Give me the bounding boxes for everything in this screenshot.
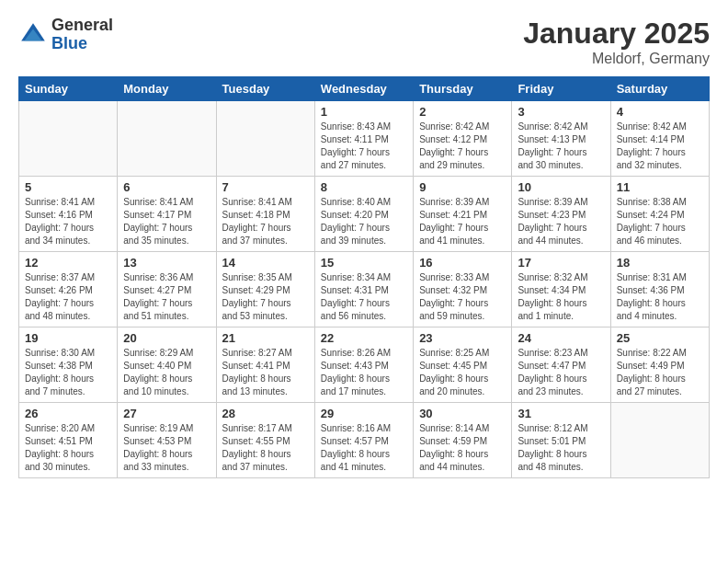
day-info: Sunrise: 8:42 AM Sunset: 4:12 PM Dayligh… — [419, 121, 506, 172]
day-number: 17 — [518, 256, 604, 270]
table-row — [216, 101, 314, 177]
day-info: Sunrise: 8:35 AM Sunset: 4:29 PM Dayligh… — [222, 271, 309, 323]
day-info: Sunrise: 8:12 AM Sunset: 5:01 PM Dayligh… — [518, 422, 604, 474]
day-number: 29 — [321, 407, 407, 420]
day-number: 20 — [123, 331, 210, 345]
table-row: 24Sunrise: 8:23 AM Sunset: 4:47 PM Dayli… — [512, 327, 610, 403]
day-number: 28 — [222, 407, 309, 420]
day-number: 4 — [617, 105, 703, 119]
day-info: Sunrise: 8:40 AM Sunset: 4:20 PM Dayligh… — [321, 196, 407, 247]
calendar-week-row: 19Sunrise: 8:30 AM Sunset: 4:38 PM Dayli… — [19, 327, 710, 403]
header-friday: Friday — [512, 77, 610, 101]
day-number: 9 — [419, 180, 506, 194]
day-info: Sunrise: 8:31 AM Sunset: 4:36 PM Dayligh… — [617, 271, 703, 323]
day-number: 21 — [222, 331, 309, 345]
header: General Blue January 2025 Meldorf, Germa… — [18, 17, 710, 67]
day-number: 23 — [419, 331, 506, 345]
table-row: 11Sunrise: 8:38 AM Sunset: 4:24 PM Dayli… — [610, 177, 709, 252]
logo: General Blue — [18, 17, 113, 53]
day-number: 1 — [321, 105, 407, 119]
day-number: 2 — [419, 105, 506, 119]
page-subtitle: Meldorf, Germany — [523, 51, 710, 67]
table-row: 20Sunrise: 8:29 AM Sunset: 4:40 PM Dayli… — [118, 327, 216, 403]
table-row: 16Sunrise: 8:33 AM Sunset: 4:32 PM Dayli… — [414, 252, 512, 327]
day-info: Sunrise: 8:14 AM Sunset: 4:59 PM Dayligh… — [419, 422, 506, 474]
page-title: January 2025 — [523, 17, 710, 51]
table-row: 29Sunrise: 8:16 AM Sunset: 4:57 PM Dayli… — [314, 403, 413, 478]
table-row: 1Sunrise: 8:43 AM Sunset: 4:11 PM Daylig… — [314, 101, 413, 177]
table-row: 27Sunrise: 8:19 AM Sunset: 4:53 PM Dayli… — [118, 403, 216, 478]
calendar-header-row: Sunday Monday Tuesday Wednesday Thursday… — [19, 77, 710, 101]
day-number: 31 — [518, 407, 604, 420]
table-row: 9Sunrise: 8:39 AM Sunset: 4:21 PM Daylig… — [414, 177, 512, 252]
day-number: 19 — [25, 331, 111, 345]
day-number: 5 — [25, 180, 111, 194]
table-row: 25Sunrise: 8:22 AM Sunset: 4:49 PM Dayli… — [610, 327, 709, 403]
day-info: Sunrise: 8:41 AM Sunset: 4:16 PM Dayligh… — [25, 196, 111, 247]
table-row: 19Sunrise: 8:30 AM Sunset: 4:38 PM Dayli… — [19, 327, 118, 403]
day-info: Sunrise: 8:41 AM Sunset: 4:18 PM Dayligh… — [222, 196, 309, 247]
table-row: 3Sunrise: 8:42 AM Sunset: 4:13 PM Daylig… — [512, 101, 610, 177]
day-number: 12 — [25, 256, 111, 270]
day-info: Sunrise: 8:17 AM Sunset: 4:55 PM Dayligh… — [222, 422, 309, 474]
table-row: 31Sunrise: 8:12 AM Sunset: 5:01 PM Dayli… — [512, 403, 610, 478]
day-number: 8 — [321, 180, 407, 194]
table-row: 23Sunrise: 8:25 AM Sunset: 4:45 PM Dayli… — [414, 327, 512, 403]
table-row — [610, 403, 709, 478]
header-thursday: Thursday — [414, 77, 512, 101]
day-info: Sunrise: 8:41 AM Sunset: 4:17 PM Dayligh… — [123, 196, 210, 247]
table-row: 26Sunrise: 8:20 AM Sunset: 4:51 PM Dayli… — [19, 403, 118, 478]
calendar-week-row: 1Sunrise: 8:43 AM Sunset: 4:11 PM Daylig… — [19, 101, 710, 177]
day-number: 30 — [419, 407, 506, 420]
day-info: Sunrise: 8:42 AM Sunset: 4:14 PM Dayligh… — [617, 121, 703, 172]
header-tuesday: Tuesday — [216, 77, 314, 101]
day-info: Sunrise: 8:36 AM Sunset: 4:27 PM Dayligh… — [123, 271, 210, 323]
day-number: 10 — [518, 180, 604, 194]
day-info: Sunrise: 8:39 AM Sunset: 4:21 PM Dayligh… — [419, 196, 506, 247]
page: General Blue January 2025 Meldorf, Germa… — [0, 0, 728, 488]
logo-icon — [18, 20, 48, 50]
day-info: Sunrise: 8:32 AM Sunset: 4:34 PM Dayligh… — [518, 271, 604, 323]
day-number: 14 — [222, 256, 309, 270]
day-number: 22 — [321, 331, 407, 345]
day-info: Sunrise: 8:19 AM Sunset: 4:53 PM Dayligh… — [123, 422, 210, 474]
table-row: 18Sunrise: 8:31 AM Sunset: 4:36 PM Dayli… — [610, 252, 709, 327]
day-info: Sunrise: 8:16 AM Sunset: 4:57 PM Dayligh… — [321, 422, 407, 474]
day-info: Sunrise: 8:34 AM Sunset: 4:31 PM Dayligh… — [321, 271, 407, 323]
day-number: 13 — [123, 256, 210, 270]
day-info: Sunrise: 8:30 AM Sunset: 4:38 PM Dayligh… — [25, 347, 111, 398]
day-number: 16 — [419, 256, 506, 270]
day-info: Sunrise: 8:39 AM Sunset: 4:23 PM Dayligh… — [518, 196, 604, 247]
table-row: 30Sunrise: 8:14 AM Sunset: 4:59 PM Dayli… — [414, 403, 512, 478]
day-number: 7 — [222, 180, 309, 194]
table-row: 2Sunrise: 8:42 AM Sunset: 4:12 PM Daylig… — [414, 101, 512, 177]
day-number: 26 — [25, 407, 111, 420]
table-row: 12Sunrise: 8:37 AM Sunset: 4:26 PM Dayli… — [19, 252, 118, 327]
day-info: Sunrise: 8:26 AM Sunset: 4:43 PM Dayligh… — [321, 347, 407, 398]
day-info: Sunrise: 8:27 AM Sunset: 4:41 PM Dayligh… — [222, 347, 309, 398]
day-info: Sunrise: 8:22 AM Sunset: 4:49 PM Dayligh… — [617, 347, 703, 398]
day-info: Sunrise: 8:25 AM Sunset: 4:45 PM Dayligh… — [419, 347, 506, 398]
table-row: 17Sunrise: 8:32 AM Sunset: 4:34 PM Dayli… — [512, 252, 610, 327]
logo-general-text: General — [51, 17, 113, 35]
calendar-week-row: 26Sunrise: 8:20 AM Sunset: 4:51 PM Dayli… — [19, 403, 710, 478]
day-info: Sunrise: 8:29 AM Sunset: 4:40 PM Dayligh… — [123, 347, 210, 398]
day-info: Sunrise: 8:42 AM Sunset: 4:13 PM Dayligh… — [518, 121, 604, 172]
table-row: 21Sunrise: 8:27 AM Sunset: 4:41 PM Dayli… — [216, 327, 314, 403]
day-info: Sunrise: 8:37 AM Sunset: 4:26 PM Dayligh… — [25, 271, 111, 323]
day-number: 18 — [617, 256, 703, 270]
day-number: 27 — [123, 407, 210, 420]
day-number: 25 — [617, 331, 703, 345]
table-row: 4Sunrise: 8:42 AM Sunset: 4:14 PM Daylig… — [610, 101, 709, 177]
header-sunday: Sunday — [19, 77, 118, 101]
day-info: Sunrise: 8:33 AM Sunset: 4:32 PM Dayligh… — [419, 271, 506, 323]
table-row: 14Sunrise: 8:35 AM Sunset: 4:29 PM Dayli… — [216, 252, 314, 327]
table-row: 22Sunrise: 8:26 AM Sunset: 4:43 PM Dayli… — [314, 327, 413, 403]
table-row: 15Sunrise: 8:34 AM Sunset: 4:31 PM Dayli… — [314, 252, 413, 327]
table-row — [118, 101, 216, 177]
day-info: Sunrise: 8:38 AM Sunset: 4:24 PM Dayligh… — [617, 196, 703, 247]
day-number: 24 — [518, 331, 604, 345]
calendar-table: Sunday Monday Tuesday Wednesday Thursday… — [18, 76, 710, 478]
calendar-week-row: 12Sunrise: 8:37 AM Sunset: 4:26 PM Dayli… — [19, 252, 710, 327]
header-saturday: Saturday — [610, 77, 709, 101]
